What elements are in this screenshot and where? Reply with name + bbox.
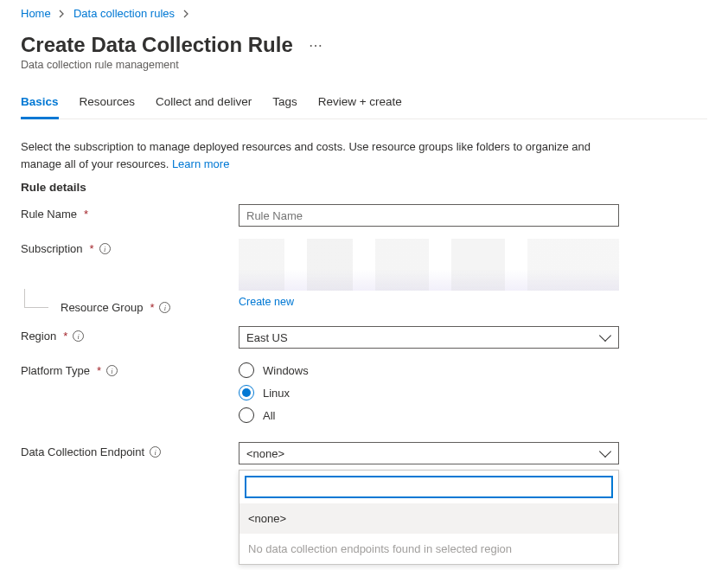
required-asterisk: *: [97, 364, 101, 377]
info-icon[interactable]: i: [159, 302, 170, 313]
label-platform-type: Platform Type: [21, 364, 90, 377]
dce-dropdown: <none> No data collection endpoints foun…: [239, 470, 619, 565]
field-data-collection-endpoint: Data Collection Endpoint i <none> <none>…: [21, 442, 707, 565]
dce-empty-message: No data collection endpoints found in se…: [239, 534, 618, 564]
radio-label: All: [263, 409, 275, 422]
label-rule-name: Rule Name: [21, 208, 77, 221]
label-dce: Data Collection Endpoint: [21, 445, 144, 458]
radio-option-linux[interactable]: Linux: [239, 385, 619, 400]
label-region: Region: [21, 330, 56, 343]
section-heading-rule-details: Rule details: [21, 181, 707, 194]
breadcrumb-home[interactable]: Home: [21, 7, 51, 20]
platform-type-radio-group: Windows Linux All: [239, 361, 619, 423]
breadcrumb: Home Data collection rules: [21, 7, 707, 28]
required-asterisk: *: [150, 301, 154, 314]
field-region: Region * i East US: [21, 326, 707, 349]
info-icon[interactable]: i: [73, 330, 84, 342]
required-asterisk: *: [90, 242, 94, 255]
section-description: Select the subscription to manage deploy…: [21, 138, 626, 172]
create-new-link[interactable]: Create new: [239, 296, 294, 308]
chevron-right-icon: [183, 8, 189, 21]
dce-value: <none>: [246, 447, 284, 460]
radio-option-windows[interactable]: Windows: [239, 362, 619, 378]
page-subtitle: Data collection rule management: [21, 59, 707, 71]
tabs: Basics Resources Collect and deliver Tag…: [21, 95, 707, 119]
page-header: Create Data Collection Rule ⋯: [21, 33, 707, 57]
subscription-value-redacted: [239, 239, 619, 291]
tab-tags[interactable]: Tags: [272, 95, 297, 118]
dce-option-none[interactable]: <none>: [239, 503, 618, 534]
info-icon[interactable]: i: [99, 243, 111, 254]
label-resource-group: Resource Group: [61, 301, 143, 314]
info-icon[interactable]: i: [106, 365, 118, 376]
chevron-right-icon: [59, 8, 65, 21]
radio-icon: [239, 385, 254, 400]
field-resource-group: Resource Group * i Create new: [21, 292, 707, 314]
chevron-down-icon: [599, 330, 611, 342]
tab-resources[interactable]: Resources: [80, 95, 136, 118]
tab-review-create[interactable]: Review + create: [318, 95, 402, 118]
radio-option-all[interactable]: All: [239, 407, 619, 423]
dce-search-input[interactable]: [245, 476, 613, 498]
field-subscription: Subscription * i: [21, 239, 707, 291]
required-asterisk: *: [63, 330, 67, 343]
page-title: Create Data Collection Rule: [21, 33, 293, 57]
radio-icon: [239, 407, 254, 423]
description-text: Select the subscription to manage deploy…: [21, 140, 591, 170]
radio-label: Linux: [263, 387, 290, 400]
tab-basics[interactable]: Basics: [21, 95, 59, 119]
required-asterisk: *: [84, 208, 88, 221]
tree-indent-icon: [24, 289, 48, 308]
tab-collect-and-deliver[interactable]: Collect and deliver: [156, 95, 252, 118]
field-platform-type: Platform Type * i Windows Linux All: [21, 361, 707, 423]
rule-name-input[interactable]: [239, 204, 619, 227]
radio-label: Windows: [263, 364, 309, 377]
info-icon[interactable]: i: [150, 446, 161, 458]
learn-more-link[interactable]: Learn more: [172, 157, 229, 170]
more-actions-button[interactable]: ⋯: [305, 34, 327, 57]
field-rule-name: Rule Name *: [21, 204, 707, 227]
region-value: East US: [246, 331, 288, 344]
label-subscription: Subscription: [21, 242, 83, 255]
region-select[interactable]: East US: [239, 326, 619, 349]
chevron-down-icon: [599, 445, 611, 458]
radio-icon: [239, 362, 254, 378]
dce-select[interactable]: <none>: [239, 442, 619, 464]
breadcrumb-parent[interactable]: Data collection rules: [73, 7, 175, 20]
